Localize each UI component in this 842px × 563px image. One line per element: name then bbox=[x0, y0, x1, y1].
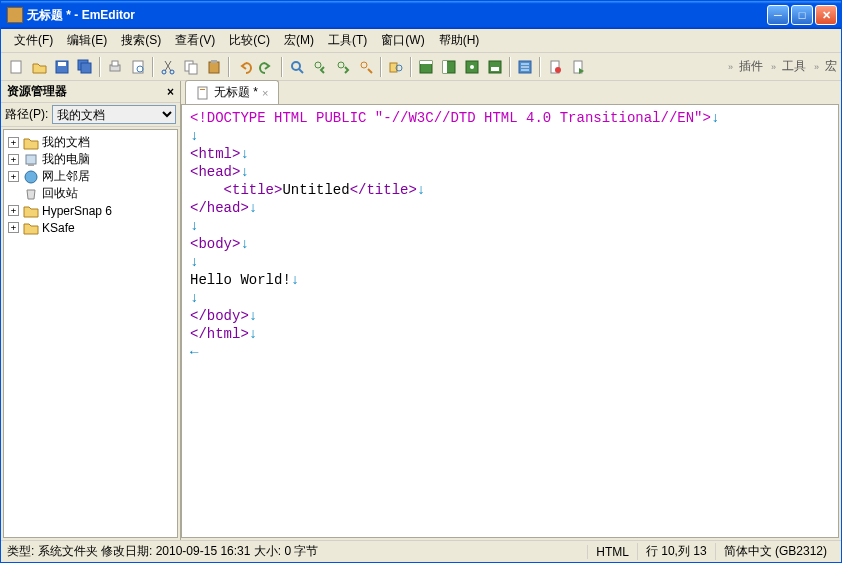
macro-play-icon[interactable] bbox=[567, 56, 589, 78]
statusbar: 类型: 系统文件夹 修改日期: 2010-09-15 16:31 大小: 0 字… bbox=[1, 540, 841, 562]
path-label: 路径(P): bbox=[5, 106, 48, 123]
find-icon[interactable] bbox=[286, 56, 308, 78]
tree-item[interactable]: +KSafe bbox=[6, 219, 175, 236]
save-all-icon[interactable] bbox=[74, 56, 96, 78]
code-editor[interactable]: <!DOCTYPE HTML PUBLIC "-//W3C//DTD HTML … bbox=[181, 104, 839, 538]
menu-file[interactable]: 文件(F) bbox=[7, 30, 60, 51]
svg-point-10 bbox=[170, 70, 174, 74]
titlebar[interactable]: 无标题 * - EmEditor ─ □ ✕ bbox=[1, 1, 841, 29]
tab-bar: 无标题 * × bbox=[181, 81, 841, 104]
svg-rect-12 bbox=[189, 64, 197, 74]
status-enc: 简体中文 (GB2312) bbox=[715, 543, 835, 560]
overflow-icon[interactable]: » bbox=[728, 62, 733, 72]
redo-icon[interactable] bbox=[256, 56, 278, 78]
tree-item[interactable]: +我的电脑 bbox=[6, 151, 175, 168]
svg-rect-37 bbox=[198, 87, 207, 99]
svg-rect-2 bbox=[58, 62, 66, 66]
find-next-icon[interactable] bbox=[332, 56, 354, 78]
replace-icon[interactable] bbox=[355, 56, 377, 78]
svg-point-9 bbox=[162, 70, 166, 74]
file-icon bbox=[196, 86, 210, 100]
paste-icon[interactable] bbox=[203, 56, 225, 78]
sidebar: 资源管理器 × 路径(P): 我的文档 +我的文档 +我的电脑 +网上邻居 +回… bbox=[1, 81, 181, 540]
close-button[interactable]: ✕ bbox=[815, 5, 837, 25]
save-icon[interactable] bbox=[51, 56, 73, 78]
toolbar: » 插件» 工具» 宏 bbox=[1, 53, 841, 81]
tab-close-icon[interactable]: × bbox=[262, 87, 268, 99]
svg-point-19 bbox=[361, 62, 367, 68]
copy-icon[interactable] bbox=[180, 56, 202, 78]
panel3-icon[interactable] bbox=[461, 56, 483, 78]
svg-point-15 bbox=[292, 62, 300, 70]
menu-tools[interactable]: 工具(T) bbox=[321, 30, 374, 51]
menu-macro[interactable]: 宏(M) bbox=[277, 30, 321, 51]
print-preview-icon[interactable] bbox=[127, 56, 149, 78]
svg-line-16 bbox=[299, 69, 303, 73]
tab-untitled[interactable]: 无标题 * × bbox=[185, 80, 279, 104]
print-icon[interactable] bbox=[104, 56, 126, 78]
panel2-icon[interactable] bbox=[438, 56, 460, 78]
svg-rect-38 bbox=[200, 89, 205, 90]
window-title: 无标题 * - EmEditor bbox=[27, 7, 767, 24]
svg-point-36 bbox=[25, 171, 37, 183]
tree-item[interactable]: +回收站 bbox=[6, 185, 175, 202]
minimize-button[interactable]: ─ bbox=[767, 5, 789, 25]
svg-rect-29 bbox=[491, 67, 499, 71]
app-icon bbox=[7, 7, 23, 23]
status-lang: HTML bbox=[587, 545, 637, 559]
svg-rect-34 bbox=[26, 155, 36, 164]
menubar: 文件(F) 编辑(E) 搜索(S) 查看(V) 比较(C) 宏(M) 工具(T)… bbox=[1, 29, 841, 53]
open-icon[interactable] bbox=[28, 56, 50, 78]
maximize-button[interactable]: □ bbox=[791, 5, 813, 25]
svg-rect-4 bbox=[81, 63, 91, 73]
tree-item[interactable]: +网上邻居 bbox=[6, 168, 175, 185]
cut-icon[interactable] bbox=[157, 56, 179, 78]
find-prev-icon[interactable] bbox=[309, 56, 331, 78]
macro-rec-icon[interactable] bbox=[544, 56, 566, 78]
config-icon[interactable] bbox=[514, 56, 536, 78]
panel4-icon[interactable] bbox=[484, 56, 506, 78]
svg-rect-13 bbox=[209, 62, 219, 73]
sidebar-header: 资源管理器 × bbox=[1, 81, 180, 103]
svg-rect-35 bbox=[28, 164, 34, 166]
sidebar-title: 资源管理器 bbox=[7, 83, 67, 100]
macro-label[interactable]: 宏 bbox=[825, 58, 837, 75]
new-icon[interactable] bbox=[5, 56, 27, 78]
menu-compare[interactable]: 比较(C) bbox=[222, 30, 277, 51]
panel1-icon[interactable] bbox=[415, 56, 437, 78]
svg-rect-25 bbox=[443, 61, 447, 73]
grep-icon[interactable] bbox=[385, 56, 407, 78]
menu-search[interactable]: 搜索(S) bbox=[114, 30, 168, 51]
menu-window[interactable]: 窗口(W) bbox=[374, 30, 431, 51]
status-pos: 行 10,列 13 bbox=[637, 543, 715, 560]
tools-label[interactable]: 工具 bbox=[782, 58, 806, 75]
menu-edit[interactable]: 编辑(E) bbox=[60, 30, 114, 51]
plugins-label[interactable]: 插件 bbox=[739, 58, 763, 75]
undo-icon[interactable] bbox=[233, 56, 255, 78]
sidebar-close-icon[interactable]: × bbox=[167, 85, 174, 99]
svg-rect-23 bbox=[420, 61, 432, 64]
svg-point-18 bbox=[338, 62, 344, 68]
status-info: 类型: 系统文件夹 修改日期: 2010-09-15 16:31 大小: 0 字… bbox=[7, 543, 587, 560]
svg-point-32 bbox=[555, 67, 561, 73]
svg-rect-6 bbox=[112, 61, 118, 66]
folder-tree[interactable]: +我的文档 +我的电脑 +网上邻居 +回收站 +HyperSnap 6 +KSa… bbox=[3, 129, 178, 538]
svg-point-27 bbox=[470, 65, 474, 69]
tab-label: 无标题 * bbox=[214, 84, 258, 101]
svg-rect-0 bbox=[11, 61, 21, 73]
tree-item[interactable]: +HyperSnap 6 bbox=[6, 202, 175, 219]
menu-help[interactable]: 帮助(H) bbox=[432, 30, 487, 51]
tree-item[interactable]: +我的文档 bbox=[6, 134, 175, 151]
menu-view[interactable]: 查看(V) bbox=[168, 30, 222, 51]
svg-point-17 bbox=[315, 62, 321, 68]
path-select[interactable]: 我的文档 bbox=[52, 105, 176, 124]
svg-rect-14 bbox=[211, 60, 217, 63]
